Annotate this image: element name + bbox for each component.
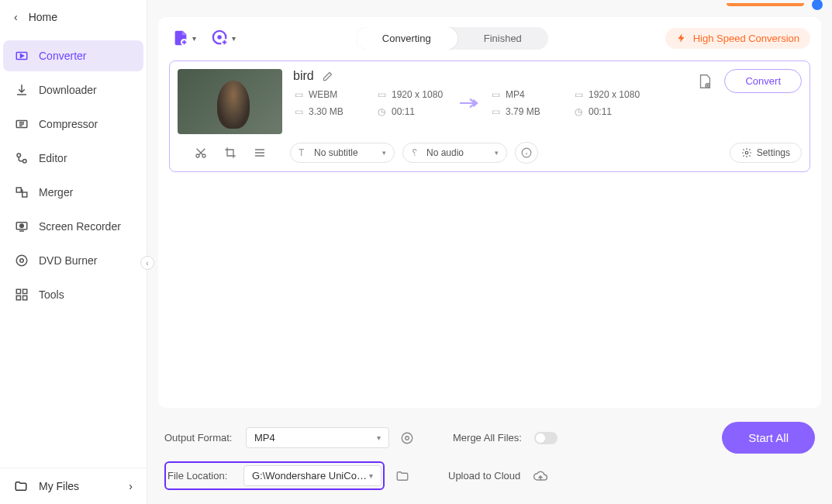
output-format-settings-icon[interactable]: [400, 431, 414, 445]
dvd-burner-icon: [14, 253, 29, 268]
promo-badge[interactable]: [727, 3, 804, 6]
sidebar-collapse-button[interactable]: ‹: [140, 256, 154, 270]
svg-rect-6: [22, 192, 27, 197]
upload-cloud-label: Upload to Cloud: [448, 470, 522, 482]
effects-icon[interactable]: [254, 147, 266, 159]
audio-icon: ␦: [411, 147, 422, 158]
settings-label: Settings: [757, 147, 790, 158]
downloader-icon: [14, 82, 29, 98]
home-nav[interactable]: ‹ Home: [0, 0, 147, 34]
src-size: 3.30 MB: [309, 106, 344, 117]
merge-label: Merge All Files:: [453, 432, 526, 444]
clock-icon: ◷: [376, 106, 387, 117]
chevron-down-icon: ▾: [192, 34, 196, 43]
lightning-icon: [676, 33, 687, 43]
dst-size: 3.79 MB: [506, 106, 540, 117]
converter-icon: [14, 48, 29, 64]
folder-icon: [14, 479, 28, 493]
folder-icon: ▭: [293, 106, 304, 117]
nav-label: DVD Burner: [39, 254, 97, 267]
add-disc-button[interactable]: ▾: [209, 26, 239, 50]
chevron-down-icon: ▾: [232, 34, 236, 43]
svg-point-8: [20, 224, 24, 228]
resolution-icon: ▭: [573, 89, 584, 100]
edit-name-icon[interactable]: [322, 71, 333, 82]
svg-point-23: [745, 151, 748, 154]
hsc-label: High Speed Conversion: [693, 33, 799, 44]
svg-point-24: [402, 433, 413, 444]
info-button[interactable]: [515, 142, 538, 164]
file-item: bird ▭WEBM ▭3.30 MB ▭1920 x 1080 ◷00:11: [169, 60, 810, 172]
high-speed-conversion-button[interactable]: High Speed Conversion: [665, 28, 810, 49]
svg-rect-11: [16, 289, 20, 293]
output-format-value: MP4: [254, 432, 275, 444]
add-file-button[interactable]: ▾: [169, 26, 199, 50]
nav-label: Converter: [39, 50, 86, 62]
editor-icon: [14, 150, 29, 166]
svg-marker-1: [21, 54, 24, 58]
add-disc-icon: [212, 29, 229, 47]
merger-icon: [14, 185, 29, 200]
output-format-label: Output Format:: [164, 432, 238, 444]
convert-button[interactable]: Convert: [724, 69, 802, 93]
tab-converting[interactable]: Converting: [356, 27, 457, 50]
home-label: Home: [29, 11, 57, 23]
subtitle-dropdown[interactable]: T No subtitle ▾: [290, 143, 395, 163]
sidebar-item-downloader[interactable]: Downloader: [3, 74, 143, 105]
tab-finished[interactable]: Finished: [457, 27, 548, 50]
file-settings-button[interactable]: Settings: [730, 143, 802, 163]
my-files-label: My Files: [39, 480, 79, 492]
nav-label: Screen Recorder: [39, 220, 121, 233]
svg-point-9: [16, 255, 27, 266]
sidebar-item-editor[interactable]: Editor: [3, 143, 143, 174]
svg-rect-14: [23, 296, 27, 300]
open-folder-icon[interactable]: [395, 469, 409, 483]
dst-res: 1920 x 1080: [589, 89, 640, 100]
sidebar-item-compressor[interactable]: Compressor: [3, 109, 143, 140]
arrow-right-icon: [459, 95, 481, 111]
start-all-button[interactable]: Start All: [722, 422, 815, 454]
merge-toggle[interactable]: [534, 432, 558, 444]
cloud-icon[interactable]: [533, 468, 548, 484]
sidebar-item-screen-recorder[interactable]: Screen Recorder: [3, 211, 143, 242]
audio-dropdown[interactable]: ␦ No audio ▾: [402, 143, 507, 163]
sidebar-item-merger[interactable]: Merger: [3, 177, 143, 208]
output-format-select[interactable]: MP4 ▾: [246, 427, 389, 448]
back-icon: ‹: [14, 11, 18, 23]
chevron-right-icon: ›: [129, 480, 133, 492]
nav-label: Merger: [39, 186, 73, 198]
svg-rect-5: [16, 188, 21, 192]
my-files-button[interactable]: My Files ›: [0, 468, 147, 504]
tools-icon: [14, 287, 29, 302]
nav-label: Editor: [39, 152, 67, 164]
sidebar-item-tools[interactable]: Tools: [3, 279, 143, 310]
folder-icon: ▭: [490, 106, 501, 117]
gear-icon: [741, 147, 752, 158]
svg-point-10: [20, 259, 24, 263]
account-icon[interactable]: [812, 0, 823, 10]
nav-label: Tools: [39, 288, 64, 301]
chevron-down-icon: ▾: [377, 433, 381, 442]
add-file-icon: [172, 29, 189, 47]
file-location-highlight: File Location: G:\Wondershare UniConvert…: [164, 461, 385, 490]
subtitle-value: No subtitle: [314, 147, 358, 158]
dst-dur: 00:11: [589, 106, 612, 117]
sidebar-item-dvd-burner[interactable]: DVD Burner: [3, 245, 143, 276]
tab-switcher: Converting Finished: [356, 27, 548, 50]
compressor-icon: [14, 116, 29, 132]
chevron-down-icon: ▾: [369, 471, 373, 480]
trim-icon[interactable]: [195, 147, 207, 159]
svg-point-4: [23, 160, 27, 164]
svg-point-3: [17, 154, 21, 157]
svg-point-25: [406, 436, 409, 440]
output-settings-icon[interactable]: [696, 73, 713, 90]
chevron-down-icon: ▾: [495, 149, 499, 157]
screen-recorder-icon: [14, 219, 29, 234]
sidebar-item-converter[interactable]: Converter: [3, 40, 143, 71]
dst-format: MP4: [506, 89, 525, 100]
crop-icon[interactable]: [224, 147, 236, 159]
file-location-select[interactable]: G:\Wondershare UniConverter ▾: [243, 465, 381, 486]
video-icon: ▭: [293, 89, 304, 100]
src-res: 1920 x 1080: [392, 89, 443, 100]
video-thumbnail[interactable]: [178, 69, 282, 134]
